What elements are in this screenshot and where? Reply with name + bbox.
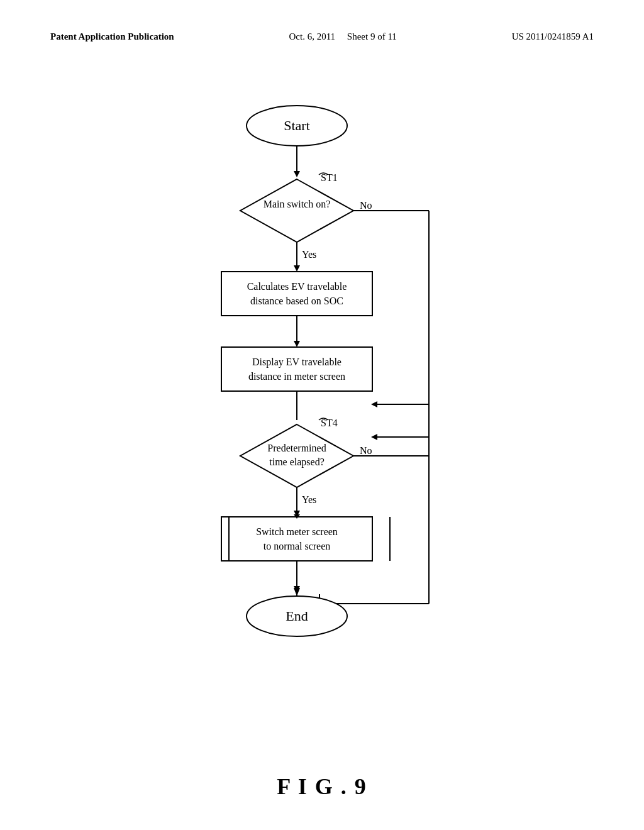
svg-marker-16 [240, 424, 353, 487]
header-date: Oct. 6, 2011 [289, 31, 336, 42]
st1-yes-label: Yes [302, 249, 316, 260]
st1-no-label: No [360, 200, 372, 211]
end-label: End [286, 608, 308, 624]
svg-rect-20 [221, 517, 372, 561]
st1-text-line1: Main switch on? [264, 199, 331, 209]
page-header: Patent Application Publication Oct. 6, 2… [0, 30, 644, 43]
st1-label: ST1 [321, 172, 338, 183]
svg-marker-35 [294, 588, 300, 596]
header-date-sheet: Oct. 6, 2011 Sheet 9 of 11 [289, 30, 397, 43]
st2-text2: distance based on SOC [250, 296, 343, 306]
st4-label: ST4 [321, 418, 338, 428]
svg-marker-5 [294, 265, 300, 272]
flowchart-diagram: Start ST1 Main switch on? Yes No ST2 Cal… [158, 94, 486, 713]
start-label: Start [284, 118, 310, 133]
st3-text2: distance in meter screen [248, 371, 345, 382]
st2-text1: Calculates EV travelable [247, 281, 347, 292]
svg-rect-9 [221, 272, 372, 316]
st4-text2: time elapsed? [269, 456, 325, 468]
st4-text1: Predetermined [267, 443, 326, 453]
st4-yes-label: Yes [302, 494, 316, 505]
svg-rect-12 [221, 347, 372, 391]
svg-marker-11 [294, 341, 300, 347]
st5-text1: Switch meter screen [256, 526, 338, 537]
header-sheet: Sheet 9 of 11 [347, 31, 397, 42]
st5-text2: to normal screen [264, 541, 331, 551]
svg-marker-3 [240, 179, 353, 242]
st4-no-label: No [360, 445, 372, 456]
flowchart-svg: Start ST1 Main switch on? Yes No ST2 Cal… [158, 94, 486, 711]
header-patent-number: US 2011/0241859 A1 [512, 30, 594, 43]
svg-marker-2 [294, 171, 300, 177]
figure-label: F I G . 9 [277, 773, 367, 800]
st3-text1: Display EV travelable [252, 357, 341, 368]
header-publication: Patent Application Publication [50, 30, 174, 43]
svg-marker-30 [371, 401, 377, 407]
svg-marker-15 [371, 434, 377, 440]
